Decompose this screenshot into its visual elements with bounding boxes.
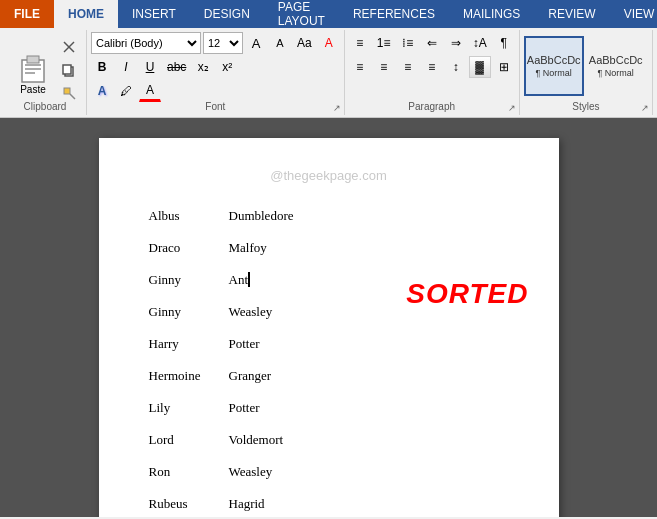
tab-page-layout[interactable]: PAGE LAYOUT (264, 0, 339, 28)
name-row: LordVoldemort (149, 432, 509, 448)
name-last: Malfoy (229, 240, 267, 256)
line-spacing-button[interactable]: ↕ (445, 56, 467, 78)
format-painter-icon (62, 86, 76, 100)
numbered-list-button[interactable]: 1≡ (373, 32, 395, 54)
tab-design[interactable]: DESIGN (190, 0, 264, 28)
name-first: Harry (149, 336, 229, 352)
name-row: DracoMalfoy (149, 240, 509, 256)
paragraph-section-expand-icon[interactable]: ↗ (508, 103, 516, 113)
tab-mailings[interactable]: MAILINGS (449, 0, 534, 28)
name-last: Granger (229, 368, 272, 384)
align-left-button[interactable]: ≡ (349, 56, 371, 78)
font-family-select[interactable]: Calibri (Body) Arial Times New Roman (91, 32, 201, 54)
svg-rect-9 (64, 88, 70, 94)
text-effect-button[interactable]: A (91, 80, 113, 102)
underline-button[interactable]: U (139, 56, 161, 78)
text-cursor (248, 272, 250, 287)
styles-section-expand-icon[interactable]: ↗ (641, 103, 649, 113)
name-first: Albus (149, 208, 229, 224)
name-list: AlbusDumbledoreDracoMalfoyGinnyAntGinnyW… (149, 208, 509, 517)
show-formatting-button[interactable]: ¶ (493, 32, 515, 54)
paragraph-section-label: Paragraph (345, 101, 519, 112)
name-last: Weasley (229, 464, 273, 480)
svg-rect-4 (25, 72, 35, 74)
style-normal2[interactable]: AaBbCcDc ¶ Normal (586, 36, 646, 96)
name-row: AlbusDumbledore (149, 208, 509, 224)
subscript-button[interactable]: x₂ (192, 56, 214, 78)
font-row-1: Calibri (Body) Arial Times New Roman 12 … (91, 32, 340, 54)
increase-indent-button[interactable]: ⇒ (445, 32, 467, 54)
svg-rect-1 (27, 56, 39, 63)
align-center-button[interactable]: ≡ (373, 56, 395, 78)
name-row: LilyPotter (149, 400, 509, 416)
clipboard-section: Paste Clipboard (4, 30, 87, 115)
document-page[interactable]: @thegeekpage.com AlbusDumbledoreDracoMal… (99, 138, 559, 517)
italic-button[interactable]: I (115, 56, 137, 78)
svg-rect-3 (25, 68, 41, 70)
tab-view[interactable]: VIEW (610, 0, 657, 28)
decrease-indent-button[interactable]: ⇐ (421, 32, 443, 54)
strikethrough-button[interactable]: abc (163, 56, 190, 78)
tab-insert[interactable]: INSERT (118, 0, 190, 28)
para-row-1: ≡ 1≡ ⁞≡ ⇐ ⇒ ↕A ¶ (349, 32, 515, 54)
para-row-2: ≡ ≡ ≡ ≡ ↕ ▓ ⊞ (349, 56, 515, 78)
style-boxes-container: AaBbCcDc ¶ Normal AaBbCcDc ¶ Normal (524, 36, 648, 96)
font-row-3: A 🖊 A (91, 80, 340, 102)
svg-rect-2 (25, 64, 41, 66)
align-right-button[interactable]: ≡ (397, 56, 419, 78)
cut-button[interactable] (58, 36, 80, 58)
paste-button[interactable]: Paste (10, 34, 56, 111)
name-row: HarryPotter (149, 336, 509, 352)
borders-button[interactable]: ⊞ (493, 56, 515, 78)
font-size-select[interactable]: 12 10 11 14 16 18 (203, 32, 243, 54)
multilevel-list-button[interactable]: ⁞≡ (397, 32, 419, 54)
name-first: Ron (149, 464, 229, 480)
svg-line-10 (70, 94, 75, 99)
paste-icon (17, 50, 49, 84)
decrease-font-button[interactable]: A (269, 32, 291, 54)
font-color-button[interactable]: A (139, 80, 161, 102)
tab-file[interactable]: FILE (0, 0, 54, 28)
tab-bar: FILE HOME INSERT DESIGN PAGE LAYOUT REFE… (0, 0, 657, 28)
font-section-label: Font (87, 101, 344, 112)
clipboard-label: Clipboard (4, 101, 86, 112)
style-normal[interactable]: AaBbCcDc ¶ Normal (524, 36, 584, 96)
name-first: Rubeus (149, 496, 229, 512)
increase-font-button[interactable]: A (245, 32, 267, 54)
name-last: Weasley (229, 304, 273, 320)
clipboard-small-buttons (58, 34, 80, 111)
sorted-label: SORTED (406, 278, 528, 310)
justify-button[interactable]: ≡ (421, 56, 443, 78)
paragraph-section: ≡ 1≡ ⁞≡ ⇐ ⇒ ↕A ¶ ≡ ≡ ≡ ≡ ↕ ▓ ⊞ Paragraph… (345, 30, 520, 115)
name-first: Lord (149, 432, 229, 448)
copy-icon (62, 63, 76, 77)
name-first: Draco (149, 240, 229, 256)
bold-button[interactable]: B (91, 56, 113, 78)
shading-button[interactable]: ▓ (469, 56, 491, 78)
tab-references[interactable]: REFERENCES (339, 0, 449, 28)
copy-button[interactable] (58, 59, 80, 81)
name-first: Ginny (149, 272, 229, 288)
name-first: Hermoine (149, 368, 229, 384)
name-last: Dumbledore (229, 208, 294, 224)
clear-formatting-button[interactable]: A (318, 32, 340, 54)
change-case-button[interactable]: Aa (293, 32, 316, 54)
svg-rect-8 (63, 65, 71, 74)
style-normal2-sample: AaBbCcDc (589, 54, 643, 66)
name-first: Ginny (149, 304, 229, 320)
name-last: Potter (229, 336, 260, 352)
name-row: RonWeasley (149, 464, 509, 480)
bullet-list-button[interactable]: ≡ (349, 32, 371, 54)
toolbar: Paste Clipboard Calibri (Body) Arial Tim… (0, 28, 657, 118)
text-highlight-button[interactable]: 🖊 (115, 80, 137, 102)
name-last: Potter (229, 400, 260, 416)
font-row-2: B I U abc x₂ x² (91, 56, 340, 78)
tab-home[interactable]: HOME (54, 0, 118, 28)
name-row: HermoineGranger (149, 368, 509, 384)
superscript-button[interactable]: x² (216, 56, 238, 78)
sort-button[interactable]: ↕A (469, 32, 491, 54)
styles-section-label: Styles (520, 101, 652, 112)
tab-review[interactable]: REVIEW (534, 0, 609, 28)
cut-icon (62, 40, 76, 54)
font-section-expand-icon[interactable]: ↗ (333, 103, 341, 113)
